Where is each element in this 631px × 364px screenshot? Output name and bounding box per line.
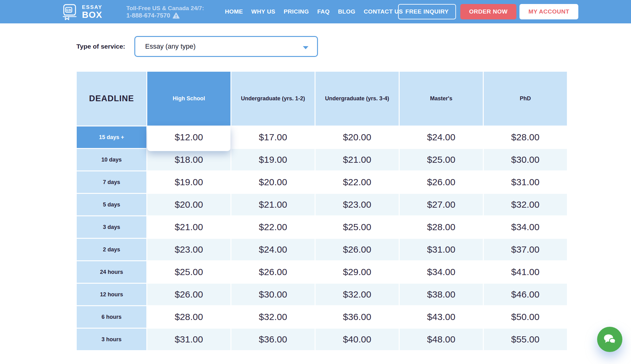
price-cell[interactable]: $30.00 bbox=[231, 284, 315, 305]
deadline-cell[interactable]: 10 days bbox=[77, 149, 146, 170]
price-cell[interactable]: $50.00 bbox=[484, 306, 567, 328]
page: EB ESSAY BOX Toll-Free US & Canada 24/7:… bbox=[0, 0, 631, 364]
price-cell[interactable]: $37.00 bbox=[484, 239, 567, 260]
deadline-cell[interactable]: 5 days bbox=[77, 194, 146, 215]
phone-label: Toll-Free US & Canada 24/7: bbox=[126, 5, 204, 12]
svg-text:EB: EB bbox=[66, 8, 71, 12]
logo-text: ESSAY BOX bbox=[82, 5, 102, 19]
price-cell[interactable]: $27.00 bbox=[400, 194, 483, 215]
price-cell[interactable]: $22.00 bbox=[231, 216, 315, 238]
price-cell[interactable]: $36.00 bbox=[316, 306, 399, 328]
price-cell[interactable]: $25.00 bbox=[147, 261, 230, 283]
price-cell[interactable]: $32.00 bbox=[316, 284, 399, 305]
column-header-high-school[interactable]: High School bbox=[147, 72, 230, 126]
price-cell[interactable]: $41.00 bbox=[484, 261, 567, 283]
price-cell[interactable]: $31.00 bbox=[147, 329, 230, 350]
selected-price-cell[interactable]: $12.00 bbox=[147, 126, 230, 151]
deadline-cell[interactable]: 2 days bbox=[77, 239, 146, 260]
price-cell[interactable]: $26.00 bbox=[147, 284, 230, 305]
price-cell[interactable]: $26.00 bbox=[231, 261, 315, 283]
type-of-service-label: Type of service: bbox=[76, 43, 125, 50]
price-cell[interactable]: $23.00 bbox=[147, 239, 230, 260]
deadline-cell[interactable]: 7 days bbox=[77, 171, 146, 193]
price-cell[interactable]: $24.00 bbox=[400, 126, 483, 148]
price-cell[interactable]: $36.00 bbox=[231, 329, 315, 350]
price-cell[interactable]: $29.00 bbox=[316, 261, 399, 283]
price-cell[interactable]: $19.00 bbox=[147, 171, 230, 193]
pricing-table: DEADLINE High School Undergraduate (yrs.… bbox=[77, 72, 567, 350]
price-cell[interactable]: $28.00 bbox=[147, 306, 230, 328]
price-cell[interactable]: $46.00 bbox=[484, 284, 567, 305]
price-cell[interactable]: $55.00 bbox=[484, 329, 567, 350]
chevron-down-icon bbox=[303, 46, 308, 49]
price-cell[interactable]: $18.00 bbox=[147, 149, 230, 170]
logo-line1: ESSAY bbox=[82, 5, 102, 10]
nav-home[interactable]: HOME bbox=[225, 8, 243, 15]
phone-number[interactable]: 1-888-674-7570 bbox=[126, 12, 204, 19]
live-chat-button[interactable] bbox=[597, 327, 622, 352]
deadline-cell[interactable]: 24 hours bbox=[77, 261, 146, 283]
price-cell[interactable]: $31.00 bbox=[400, 239, 483, 260]
nav-why-us[interactable]: WHY US bbox=[251, 8, 275, 15]
warning-triangle-icon bbox=[173, 12, 180, 19]
price-cell[interactable]: $23.00 bbox=[316, 194, 399, 215]
price-cell[interactable]: $24.00 bbox=[231, 239, 315, 260]
column-header-phd[interactable]: PhD bbox=[484, 72, 567, 126]
phone-block: Toll-Free US & Canada 24/7: 1-888-674-75… bbox=[126, 5, 204, 19]
price-cell[interactable]: $20.00 bbox=[231, 171, 315, 193]
chat-bubbles-icon bbox=[603, 333, 617, 346]
price-cell[interactable]: $34.00 bbox=[400, 261, 483, 283]
nav-blog[interactable]: BLOG bbox=[338, 8, 356, 15]
column-header-undergraduate-3-4[interactable]: Undergraduate (yrs. 3-4) bbox=[316, 72, 399, 126]
free-inquiry-button[interactable]: FREE INQUIRY bbox=[398, 4, 456, 19]
nav-pricing[interactable]: PRICING bbox=[284, 8, 309, 15]
column-header-undergraduate-1-2[interactable]: Undergraduate (yrs. 1-2) bbox=[231, 72, 315, 126]
price-cell[interactable]: $21.00 bbox=[147, 216, 230, 238]
order-now-button[interactable]: ORDER NOW bbox=[460, 4, 516, 19]
column-header-deadline: DEADLINE bbox=[77, 72, 146, 126]
deadline-cell[interactable]: 6 hours bbox=[77, 306, 146, 328]
header: EB ESSAY BOX Toll-Free US & Canada 24/7:… bbox=[0, 0, 631, 23]
price-cell[interactable]: $21.00 bbox=[316, 149, 399, 170]
nav-faq[interactable]: FAQ bbox=[317, 8, 330, 15]
price-cell[interactable]: $26.00 bbox=[316, 239, 399, 260]
column-header-masters[interactable]: Master's bbox=[400, 72, 483, 126]
price-cell[interactable]: $20.00 bbox=[147, 194, 230, 215]
price-cell[interactable]: $26.00 bbox=[400, 171, 483, 193]
price-cell[interactable]: $21.00 bbox=[231, 194, 315, 215]
price-cell[interactable]: $25.00 bbox=[400, 149, 483, 170]
main-nav: HOME WHY US PRICING FAQ BLOG CONTACT US bbox=[225, 0, 403, 23]
logo[interactable]: EB ESSAY BOX bbox=[62, 4, 102, 20]
deadline-cell[interactable]: 12 hours bbox=[77, 284, 146, 305]
price-cell[interactable]: $38.00 bbox=[400, 284, 483, 305]
deadline-cell[interactable]: 3 days bbox=[77, 216, 146, 238]
price-cell[interactable]: $28.00 bbox=[400, 216, 483, 238]
price-cell[interactable]: $28.00 bbox=[484, 126, 567, 148]
price-cell[interactable]: $31.00 bbox=[484, 171, 567, 193]
price-cell[interactable]: $32.00 bbox=[231, 306, 315, 328]
price-cell[interactable]: $20.00 bbox=[316, 126, 399, 148]
phone-number-text: 1-888-674-7570 bbox=[126, 12, 170, 19]
logo-line2: BOX bbox=[82, 10, 102, 19]
price-cell[interactable]: $22.00 bbox=[316, 171, 399, 193]
deadline-cell[interactable]: 15 days + bbox=[77, 126, 146, 148]
my-account-button[interactable]: MY ACCOUNT bbox=[519, 4, 578, 19]
price-cell[interactable]: $19.00 bbox=[231, 149, 315, 170]
book-logo-icon: EB bbox=[62, 4, 78, 20]
price-cell[interactable]: $40.00 bbox=[316, 329, 399, 350]
price-cell[interactable]: $30.00 bbox=[484, 149, 567, 170]
price-cell[interactable]: $48.00 bbox=[400, 329, 483, 350]
price-cell[interactable]: $32.00 bbox=[484, 194, 567, 215]
price-cell[interactable]: $25.00 bbox=[316, 216, 399, 238]
nav-contact-us[interactable]: CONTACT US bbox=[364, 8, 403, 15]
price-cell[interactable]: $17.00 bbox=[231, 126, 315, 148]
service-type-dropdown[interactable]: Essay (any type) bbox=[134, 36, 318, 57]
price-cell[interactable]: $34.00 bbox=[484, 216, 567, 238]
price-cell[interactable]: $43.00 bbox=[400, 306, 483, 328]
deadline-cell[interactable]: 3 hours bbox=[77, 329, 146, 350]
service-type-value: Essay (any type) bbox=[135, 42, 196, 50]
